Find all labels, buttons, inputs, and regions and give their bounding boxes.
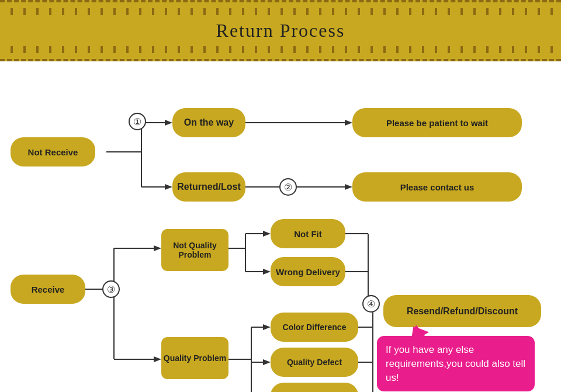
page-title: Return Process [216, 20, 345, 41]
svg-marker-27 [263, 359, 271, 365]
returned-lost-box: Returned/Lost [172, 172, 245, 202]
please-patient-box: Please be patient to wait [352, 108, 522, 137]
resend-refund-box: Resend/Refund/Discount [383, 295, 541, 327]
header: Return Process [0, 0, 561, 61]
svg-marker-9 [345, 184, 352, 190]
color-difference-box: Color Difference [271, 313, 358, 342]
wrong-delivery-box: Wrong Delivery [271, 257, 345, 286]
on-the-way-box: On the way [172, 108, 245, 137]
svg-marker-13 [154, 245, 161, 251]
svg-marker-21 [263, 269, 271, 275]
svg-marker-15 [154, 356, 161, 362]
circle-2: ② [279, 178, 297, 196]
receive-box: Receive [11, 275, 85, 304]
svg-marker-19 [263, 231, 271, 237]
diagram-content: Not Receive ① On the way Returned/Lost ②… [0, 61, 561, 392]
quality-defect-box: Quality Defect [271, 348, 358, 377]
header-stripe-bottom [0, 46, 561, 53]
damage-box: Damage [271, 383, 358, 392]
not-receive-box: Not Receive [11, 137, 95, 166]
circle-4: ④ [362, 295, 380, 313]
svg-marker-3 [165, 120, 172, 126]
circle-3: ③ [102, 280, 120, 298]
quality-problem-box: Quality Problem [161, 337, 228, 379]
svg-marker-5 [165, 184, 172, 190]
circle-1: ① [129, 113, 146, 130]
svg-marker-7 [345, 120, 352, 126]
svg-marker-25 [263, 324, 271, 330]
header-stripe-top [0, 8, 561, 15]
not-quality-problem-box: Not Quality Problem [161, 229, 228, 271]
speech-bubble: If you have any else requirements,you co… [377, 336, 535, 391]
please-contact-box: Please contact us [352, 172, 522, 202]
not-fit-box: Not Fit [271, 219, 345, 248]
